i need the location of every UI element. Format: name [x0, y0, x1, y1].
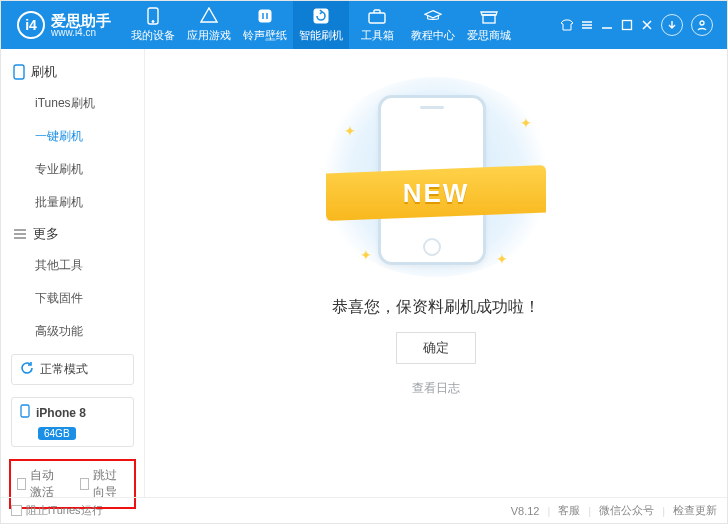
mode-box[interactable]: 正常模式	[11, 354, 134, 385]
checkbox-auto-activate[interactable]: 自动激活	[17, 467, 66, 501]
main-panel: NEW ✦ ✦ ✦ ✦ 恭喜您，保资料刷机成功啦！ 确定 查看日志	[145, 49, 727, 497]
tab-label: 智能刷机	[299, 28, 343, 43]
sparkle-icon: ✦	[360, 247, 372, 263]
sidebar-item-download-firmware[interactable]: 下载固件	[1, 282, 144, 315]
sparkle-icon: ✦	[520, 115, 532, 131]
sidebar-group-more: 更多	[1, 219, 144, 249]
tab-label: 工具箱	[361, 28, 394, 43]
success-illustration: NEW ✦ ✦ ✦ ✦	[316, 77, 556, 277]
svg-rect-9	[21, 405, 29, 417]
device-box[interactable]: iPhone 8 64GB	[11, 397, 134, 447]
svg-rect-4	[369, 13, 385, 23]
sidebar-group-title: 刷机	[31, 63, 57, 81]
wechat-link[interactable]: 微信公众号	[599, 503, 654, 518]
tab-tutorials[interactable]: 教程中心	[405, 1, 461, 49]
svg-point-1	[152, 21, 154, 23]
brand-logo: i4 爱思助手 www.i4.cn	[9, 11, 119, 39]
apps-icon	[200, 7, 218, 25]
separator: |	[662, 505, 665, 517]
tab-my-device[interactable]: 我的设备	[125, 1, 181, 49]
svg-rect-5	[483, 15, 495, 23]
tshirt-icon[interactable]	[561, 19, 573, 31]
top-tabs: 我的设备 应用游戏 铃声壁纸 智能刷机 工具箱 教程中心	[125, 1, 555, 49]
sidebar-item-batch-flash[interactable]: 批量刷机	[1, 186, 144, 219]
tab-store[interactable]: 爱思商城	[461, 1, 517, 49]
tab-label: 铃声壁纸	[243, 28, 287, 43]
device-small-icon	[20, 404, 30, 421]
sidebar-item-other-tools[interactable]: 其他工具	[1, 249, 144, 282]
svg-rect-6	[623, 21, 632, 30]
download-button-icon[interactable]	[661, 14, 683, 36]
checkbox-block-itunes[interactable]: 阻止iTunes运行	[11, 503, 103, 518]
tab-apps-games[interactable]: 应用游戏	[181, 1, 237, 49]
customer-service-link[interactable]: 客服	[558, 503, 580, 518]
more-icon	[13, 228, 27, 240]
storage-badge: 64GB	[38, 427, 76, 440]
svg-rect-8	[14, 65, 24, 79]
titlebar: i4 爱思助手 www.i4.cn 我的设备 应用游戏 铃声壁纸 智能刷机	[1, 1, 727, 49]
ringtone-icon	[256, 7, 274, 25]
sidebar-item-oneclick-flash[interactable]: 一键刷机	[1, 120, 144, 153]
checkbox-icon	[17, 478, 26, 490]
body: 刷机 iTunes刷机 一键刷机 专业刷机 批量刷机 更多 其他工具 下载固件 …	[1, 49, 727, 497]
checkbox-label: 自动激活	[30, 467, 65, 501]
toolbox-icon	[368, 7, 386, 25]
checkbox-icon	[11, 505, 22, 516]
check-update-link[interactable]: 检查更新	[673, 503, 717, 518]
svg-point-7	[700, 21, 704, 25]
tab-label: 应用游戏	[187, 28, 231, 43]
menu-icon[interactable]	[581, 19, 593, 31]
flash-icon	[312, 7, 330, 25]
brand-name: 爱思助手	[51, 13, 111, 28]
window-controls	[555, 14, 719, 36]
sidebar-group-title: 更多	[33, 225, 59, 243]
sidebar: 刷机 iTunes刷机 一键刷机 专业刷机 批量刷机 更多 其他工具 下载固件 …	[1, 49, 145, 497]
sidebar-list-flash: iTunes刷机 一键刷机 专业刷机 批量刷机	[1, 87, 144, 219]
version-label: V8.12	[511, 505, 540, 517]
mode-label: 正常模式	[40, 361, 88, 378]
sidebar-group-flash: 刷机	[1, 57, 144, 87]
checkbox-icon	[80, 478, 89, 490]
maximize-icon[interactable]	[621, 19, 633, 31]
sidebar-item-advanced[interactable]: 高级功能	[1, 315, 144, 348]
store-icon	[480, 7, 498, 25]
svg-rect-2	[259, 10, 271, 22]
tab-label: 教程中心	[411, 28, 455, 43]
checkbox-label: 阻止iTunes运行	[26, 503, 103, 518]
tab-ringtones[interactable]: 铃声壁纸	[237, 1, 293, 49]
app-window: i4 爱思助手 www.i4.cn 我的设备 应用游戏 铃声壁纸 智能刷机	[0, 0, 728, 524]
new-ribbon: NEW	[326, 165, 546, 221]
tab-label: 我的设备	[131, 28, 175, 43]
close-icon[interactable]	[641, 19, 653, 31]
checkbox-label: 跳过向导	[93, 467, 128, 501]
success-message: 恭喜您，保资料刷机成功啦！	[332, 297, 540, 318]
logo-badge-icon: i4	[17, 11, 45, 39]
device-name: iPhone 8	[36, 406, 86, 420]
sidebar-list-more: 其他工具 下载固件 高级功能	[1, 249, 144, 348]
phone-icon	[13, 64, 25, 80]
separator: |	[547, 505, 550, 517]
sparkle-icon: ✦	[344, 123, 356, 139]
tab-label: 爱思商城	[467, 28, 511, 43]
ok-button[interactable]: 确定	[396, 332, 476, 364]
tab-toolbox[interactable]: 工具箱	[349, 1, 405, 49]
sidebar-item-itunes-flash[interactable]: iTunes刷机	[1, 87, 144, 120]
device-icon	[144, 7, 162, 25]
view-log-link[interactable]: 查看日志	[412, 380, 460, 397]
user-button-icon[interactable]	[691, 14, 713, 36]
status-bar: 阻止iTunes运行 V8.12 | 客服 | 微信公众号 | 检查更新	[1, 497, 727, 523]
separator: |	[588, 505, 591, 517]
sidebar-item-pro-flash[interactable]: 专业刷机	[1, 153, 144, 186]
minimize-icon[interactable]	[601, 19, 613, 31]
checkbox-skip-wizard[interactable]: 跳过向导	[80, 467, 129, 501]
tutorial-icon	[424, 7, 442, 25]
ribbon-text: NEW	[403, 178, 470, 209]
sparkle-icon: ✦	[496, 251, 508, 267]
brand-url: www.i4.cn	[51, 28, 111, 38]
refresh-icon	[20, 361, 34, 378]
tab-smart-flash[interactable]: 智能刷机	[293, 1, 349, 49]
